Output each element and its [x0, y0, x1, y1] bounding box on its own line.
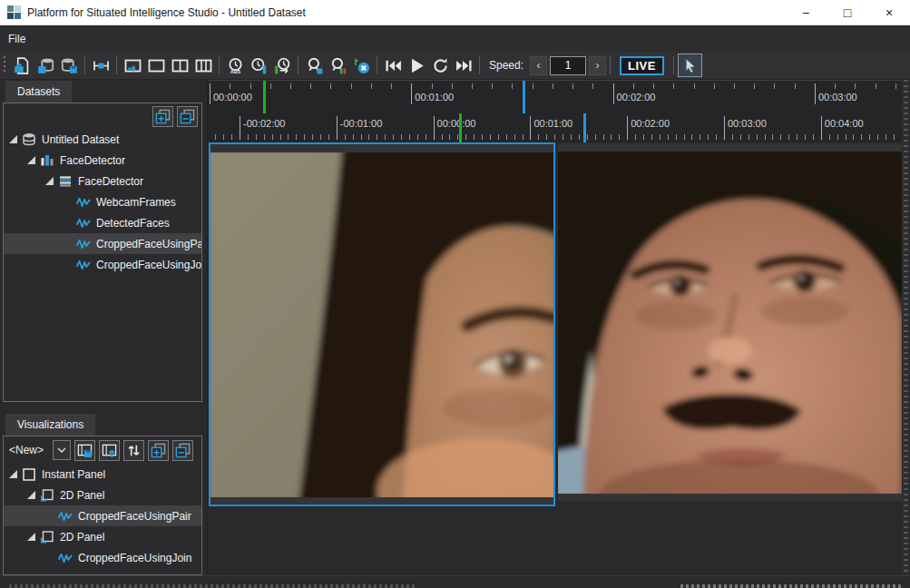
clock-selection-icon	[274, 57, 291, 74]
tree-item-webcamframes[interactable]: WebcamFrames	[4, 191, 201, 212]
psi-studio-window: Platform for Situated Intelligence Studi…	[0, 0, 910, 588]
toolbar-grip[interactable]	[2, 56, 8, 74]
tree-item-instant-panel[interactable]: Instant Panel	[4, 464, 201, 485]
expand-all-button[interactable]	[148, 440, 169, 461]
ruler-minor-tick	[797, 134, 797, 140]
repeat-button[interactable]	[428, 54, 452, 77]
play-pause-button[interactable]	[405, 54, 428, 77]
cursor-mode-button[interactable]	[678, 54, 702, 77]
tree-item-croppedfaceusingpair[interactable]: CroppedFaceUsingPair	[4, 505, 201, 526]
tree-item-2d-panel[interactable]: 2D Panel	[4, 526, 201, 547]
ruler-time-label: 00:01:00	[415, 92, 454, 103]
live-toggle-button[interactable]: LIVE	[620, 56, 664, 75]
ruler-minor-tick	[512, 83, 513, 89]
expander-icon[interactable]	[9, 135, 17, 143]
video-panel-cropped-face-using-pair[interactable]	[209, 142, 555, 506]
tree-item-croppedfaceusingjoin[interactable]: CroppedFaceUsingJoin	[4, 547, 201, 568]
panel-arrow-icon	[124, 57, 142, 74]
save-dataset-button[interactable]	[57, 54, 81, 77]
maximize-button[interactable]: □	[827, 0, 868, 24]
ruler-minor-tick	[633, 83, 634, 89]
zoom-to-session-extents-button[interactable]	[302, 54, 326, 77]
datasets-tabstrip: Datasets	[5, 80, 72, 103]
minimize-button[interactable]: −	[785, 0, 827, 24]
insert-timeline-panel-button[interactable]	[89, 54, 113, 77]
dataset-icon	[22, 132, 36, 147]
ruler-major-tick	[337, 116, 338, 140]
ruler-major-tick	[240, 116, 240, 140]
ruler-minor-tick	[304, 134, 305, 140]
ruler-minor-tick	[361, 134, 362, 140]
expand-all-button[interactable]	[152, 106, 173, 127]
open-store-button[interactable]	[10, 54, 34, 77]
expander-icon[interactable]	[27, 491, 35, 499]
tree-item-croppedfaceusingjoin[interactable]: CroppedFaceUsingJoin	[4, 254, 201, 275]
insert-1cell-instant-panel-button[interactable]	[121, 54, 144, 77]
timing-relative-selection-start-button[interactable]	[270, 54, 294, 77]
ruler-major-tick	[613, 83, 614, 104]
timeline-ruler-relative[interactable]: -00:02:00-00:01:0000:00:0000:01:0000:02:…	[208, 113, 910, 142]
expand-all-icon	[155, 109, 171, 124]
ruler-minor-tick	[694, 83, 695, 89]
ruler-minor-tick	[754, 83, 755, 89]
import-layout-button[interactable]	[99, 440, 120, 461]
expander-icon[interactable]	[27, 156, 35, 164]
tree-item-facedetector[interactable]: FaceDetector	[4, 171, 201, 191]
ruler-minor-tick	[869, 134, 870, 140]
tab-visualizations[interactable]: Visualizations	[5, 414, 95, 436]
tree-item-croppedfaceusingpair[interactable]: CroppedFaceUsingPair	[4, 233, 201, 254]
tree-item-untitled-dataset[interactable]: Untitled Dataset	[4, 129, 201, 150]
ruler-minor-tick	[270, 83, 271, 89]
zoom-to-selection-button[interactable]	[326, 54, 349, 77]
reorder-panels-button[interactable]	[123, 440, 144, 461]
timeline-ruler-session[interactable]: 00:00:0000:01:0000:02:0000:03:00	[208, 80, 910, 113]
sidebar: Datasets Unt	[0, 80, 207, 575]
save-layout-button[interactable]	[74, 440, 95, 461]
layout-dropdown-button[interactable]	[53, 440, 71, 460]
ruler-time-label: 00:00:00	[213, 92, 252, 103]
speed-group: Speed: ‹ ›	[489, 56, 606, 75]
expander-icon[interactable]	[45, 177, 54, 185]
skip-end-icon	[455, 57, 473, 74]
speed-increase-button[interactable]: ›	[589, 56, 606, 75]
toolbar-separator	[219, 56, 220, 74]
tree-item-facedetector[interactable]: FaceDetector	[4, 150, 201, 171]
visualizations-panel-toolbar: <New>	[4, 436, 201, 464]
ruler-minor-tick	[230, 83, 230, 89]
move-to-selection-end-button[interactable]	[452, 54, 475, 77]
tree-item-detectedfaces[interactable]: DetectedFaces	[4, 212, 201, 233]
menu-file[interactable]: File	[0, 25, 34, 52]
speed-decrease-button[interactable]: ‹	[530, 56, 547, 75]
ruler-minor-tick	[538, 134, 539, 140]
absolute-timing-button[interactable]: ABS	[223, 54, 247, 77]
tree-item-2d-panel[interactable]: 2D Panel	[4, 485, 201, 505]
visualizations-tabstrip: Visualizations	[5, 413, 95, 436]
insert-1cell-panel-button[interactable]	[144, 54, 168, 77]
move-to-selection-start-button[interactable]	[381, 54, 405, 77]
layout-selector[interactable]: <New>	[9, 444, 44, 456]
toolbar-separator	[84, 56, 85, 74]
clear-selection-button[interactable]	[349, 54, 373, 77]
right-scroll-strip[interactable]	[902, 80, 910, 575]
insert-3cell-panel-button[interactable]	[191, 54, 215, 77]
expander-icon[interactable]	[9, 470, 17, 478]
close-button[interactable]: ×	[868, 0, 910, 24]
stream-icon	[58, 551, 73, 565]
panel-2d-icon	[40, 530, 54, 544]
speed-label: Speed:	[489, 59, 523, 72]
collapse-all-button[interactable]	[172, 440, 193, 461]
collapse-all-button[interactable]	[177, 106, 198, 127]
ruler-minor-tick	[643, 134, 644, 140]
tab-datasets[interactable]: Datasets	[5, 81, 72, 103]
speed-input[interactable]	[550, 56, 586, 75]
insert-2cell-panel-button[interactable]	[168, 54, 191, 77]
open-dataset-button[interactable]	[34, 54, 57, 77]
tree-item-label: FaceDetector	[78, 175, 143, 188]
ruler-major-tick	[724, 116, 725, 140]
timing-relative-session-start-button[interactable]	[247, 54, 270, 77]
ruler-minor-tick	[498, 134, 499, 140]
partition-icon	[58, 174, 73, 189]
expander-icon[interactable]	[27, 533, 35, 541]
stream-icon	[76, 195, 91, 210]
video-panel-cropped-face-using-join[interactable]	[558, 143, 902, 501]
